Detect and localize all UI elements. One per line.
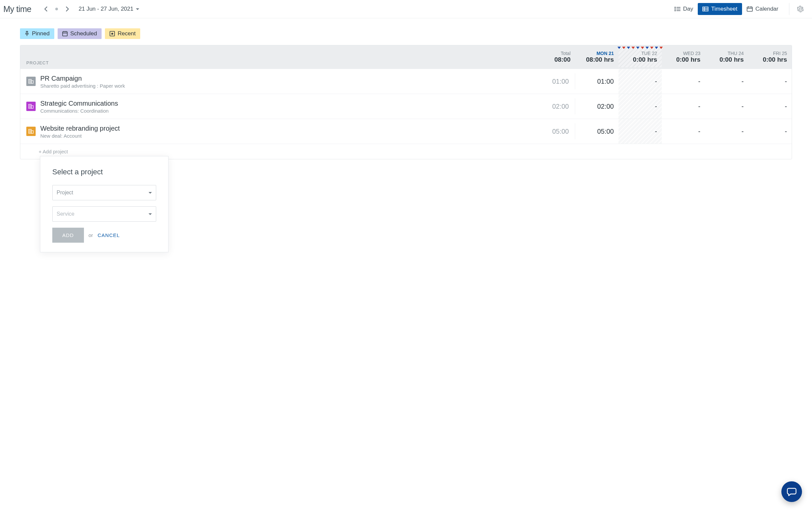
project-subtitle: Sharetto paid advertising : Paper work <box>40 83 125 89</box>
page-title: My time <box>3 4 41 14</box>
chat-icon <box>787 487 797 496</box>
col-day-4-label: FRI 25 <box>748 51 787 56</box>
dot-icon <box>55 8 58 10</box>
time-cell[interactable]: 02:00 <box>575 103 618 110</box>
view-day-button[interactable]: Day <box>670 3 698 15</box>
col-day-0-value: 08:00 hrs <box>575 56 614 63</box>
timesheet-table: PROJECT Total 08:00 MON 21 08:00 hrs TUE… <box>20 45 792 159</box>
col-day-4-value: 0:00 hrs <box>748 56 787 63</box>
time-cell[interactable]: - <box>618 94 662 119</box>
list-icon <box>674 7 680 11</box>
svg-rect-6 <box>703 7 708 11</box>
settings-button[interactable] <box>795 4 805 14</box>
project-cell[interactable]: Strategic CommunicationsCommunications: … <box>20 95 535 118</box>
col-day-3-label: THU 24 <box>705 51 744 56</box>
col-day-0[interactable]: MON 21 08:00 hrs <box>575 47 618 68</box>
prev-week-button[interactable] <box>41 4 51 14</box>
pin-icon <box>25 31 29 36</box>
project-subtitle: New deal: Account <box>40 133 120 139</box>
project-cell[interactable]: PR CampaignSharetto paid advertising : P… <box>20 70 535 93</box>
view-calendar-button[interactable]: Calendar <box>742 3 783 15</box>
col-day-0-label: MON 21 <box>575 51 614 56</box>
time-cell[interactable]: - <box>662 128 705 135</box>
time-cell[interactable]: - <box>618 119 662 144</box>
divider <box>789 3 789 15</box>
project-cell[interactable]: Website rebranding projectNew deal: Acco… <box>20 120 535 143</box>
add-project-link[interactable]: + Add project <box>39 149 68 154</box>
chat-widget-button[interactable] <box>781 481 802 502</box>
legend-scheduled[interactable]: Scheduled <box>58 28 102 39</box>
col-day-1[interactable]: TUE 22 0:00 hrs <box>618 47 662 68</box>
col-day-1-value: 0:00 hrs <box>618 56 657 63</box>
legend-recent[interactable]: Recent <box>105 28 140 39</box>
col-day-3-value: 0:00 hrs <box>705 56 744 63</box>
svg-rect-20 <box>31 81 33 83</box>
time-cell[interactable]: - <box>748 103 792 110</box>
time-cell[interactable]: - <box>748 78 792 85</box>
time-cell[interactable]: - <box>705 128 748 135</box>
caret-down-icon <box>149 192 152 194</box>
service-select-placeholder: Service <box>57 211 74 217</box>
project-select-placeholder: Project <box>57 190 73 196</box>
cancel-link[interactable]: CANCEL <box>97 232 120 238</box>
date-nav <box>41 4 72 14</box>
svg-rect-30 <box>31 131 33 133</box>
legend-recent-label: Recent <box>118 30 136 37</box>
svg-rect-25 <box>31 106 33 108</box>
project-select[interactable]: Project <box>52 185 156 200</box>
col-total-value: 08:00 <box>535 56 571 63</box>
view-day-label: Day <box>683 6 693 12</box>
time-cell[interactable]: - <box>705 103 748 110</box>
project-icon <box>26 102 36 111</box>
col-day-3[interactable]: THU 24 0:00 hrs <box>705 47 748 68</box>
svg-point-4 <box>675 10 675 11</box>
add-button[interactable]: ADD <box>52 228 84 243</box>
project-subtitle: Communications: Coordination <box>40 108 118 114</box>
calendar-icon <box>747 6 753 12</box>
project-title: PR Campaign <box>40 74 125 82</box>
col-project-label: PROJECT <box>20 60 535 69</box>
project-icon <box>26 77 36 86</box>
time-cell[interactable]: - <box>618 69 662 94</box>
chevron-right-icon <box>66 6 69 12</box>
time-cell[interactable]: - <box>662 103 705 110</box>
legend-pinned-label: Pinned <box>32 30 50 37</box>
next-week-button[interactable] <box>63 4 72 14</box>
date-range-label: 21 Jun - 27 Jun, 2021 <box>79 6 133 12</box>
popover-title: Select a project <box>52 168 156 176</box>
caret-down-icon <box>149 213 152 215</box>
project-text: PR CampaignSharetto paid advertising : P… <box>40 74 125 89</box>
view-timesheet-label: Timesheet <box>711 6 737 12</box>
view-calendar-label: Calendar <box>755 6 778 12</box>
time-cell[interactable]: - <box>705 78 748 85</box>
time-cell[interactable]: - <box>662 78 705 85</box>
table-row: Website rebranding projectNew deal: Acco… <box>20 119 792 144</box>
view-timesheet-button[interactable]: Timesheet <box>698 3 742 15</box>
time-cell[interactable]: 01:00 <box>575 78 618 85</box>
caret-down-icon <box>136 8 139 10</box>
legend-pinned[interactable]: Pinned <box>20 28 54 39</box>
col-day-2[interactable]: WED 23 0:00 hrs <box>662 47 705 68</box>
project-title: Website rebranding project <box>40 124 120 132</box>
popover-actions: ADD or CANCEL <box>52 228 156 243</box>
svg-rect-10 <box>747 7 752 11</box>
select-project-popover: Select a project Project Service ADD or … <box>40 156 169 252</box>
table-row: PR CampaignSharetto paid advertising : P… <box>20 69 792 94</box>
col-day-4[interactable]: FRI 25 0:00 hrs <box>748 47 792 68</box>
or-text: or <box>89 232 93 238</box>
svg-point-2 <box>675 9 675 9</box>
time-cell[interactable]: - <box>748 128 792 135</box>
project-icon <box>26 127 36 136</box>
date-range-picker[interactable]: 21 Jun - 27 Jun, 2021 <box>79 6 139 12</box>
svg-point-0 <box>675 7 675 8</box>
calendar-small-icon <box>62 31 68 36</box>
row-total: 01:00 <box>535 73 575 89</box>
gear-icon <box>797 6 804 12</box>
project-title: Strategic Communications <box>40 99 118 107</box>
content: Pinned Scheduled Recent PROJECT Total 08… <box>0 18 812 159</box>
row-total: 05:00 <box>535 123 575 139</box>
today-button[interactable] <box>52 4 61 14</box>
service-select[interactable]: Service <box>52 206 156 222</box>
col-total-label: Total <box>535 51 571 56</box>
time-cell[interactable]: 05:00 <box>575 128 618 135</box>
